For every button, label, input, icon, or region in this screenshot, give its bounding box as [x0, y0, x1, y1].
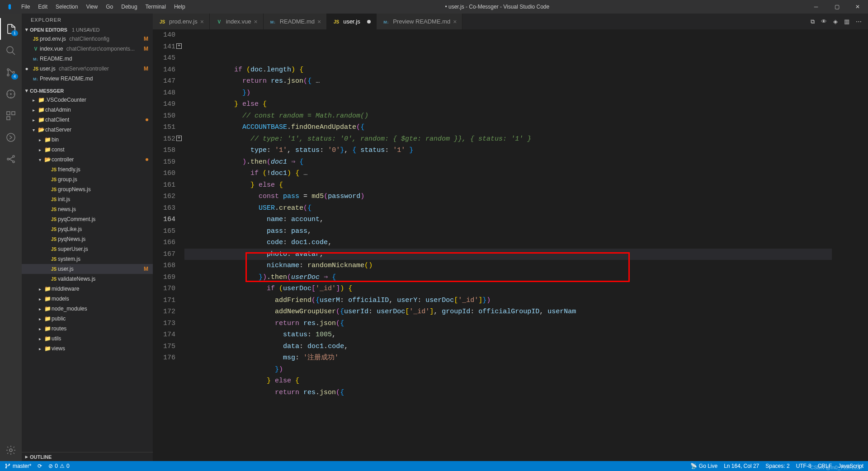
open-editor-item[interactable]: JSprod.env.js chatClient\configM: [22, 34, 153, 44]
tree-item-node_modules[interactable]: ▸📁node_modules: [22, 304, 153, 314]
minimize-button[interactable]: ─: [806, 0, 826, 14]
tab-indexvue[interactable]: Vindex.vue×: [210, 14, 264, 29]
tree-item-chatclient[interactable]: ▸📁chatClient: [22, 115, 153, 125]
code-line-171[interactable]: status: 1005,: [184, 329, 832, 341]
debug-icon[interactable]: [0, 83, 22, 105]
workspace-header[interactable]: ▾ CO-MESSGER: [22, 86, 153, 95]
code-line-152[interactable]: if (!doc1) { …: [184, 168, 832, 179]
code-line-146[interactable]: } else {: [184, 99, 832, 110]
problems-indicator[interactable]: ⊘0 ⚠0: [48, 463, 69, 469]
code-line-173[interactable]: msg: '注册成功': [184, 352, 832, 364]
tree-item-groupjs[interactable]: JSgroup.js: [22, 174, 153, 184]
tree-item-initjs[interactable]: JSinit.js: [22, 194, 153, 204]
code-line-170[interactable]: return res.json({: [184, 318, 832, 330]
close-icon[interactable]: ×: [453, 18, 457, 25]
tab-previewreadmemd[interactable]: M↓Preview README.md×: [377, 14, 462, 29]
menu-view[interactable]: View: [82, 2, 101, 12]
tab-userjs[interactable]: JSuser.js: [327, 14, 377, 29]
tree-item-validatenewsjs[interactable]: JSvalidateNews.js: [22, 274, 153, 284]
tree-item-views[interactable]: ▸📁views: [22, 344, 153, 353]
tree-item-middleware[interactable]: ▸📁middleware: [22, 284, 153, 294]
code-line-164[interactable]: photo: avatar,: [184, 249, 832, 260]
outline-header[interactable]: ▸ OUTLINE: [22, 452, 153, 461]
menu-file[interactable]: File: [18, 2, 33, 12]
tree-item-routes[interactable]: ▸📁routes: [22, 324, 153, 334]
tree-item-bin[interactable]: ▸📁bin: [22, 135, 153, 145]
settings-gear-icon[interactable]: [0, 439, 22, 461]
menu-terminal[interactable]: Terminal: [142, 2, 170, 12]
tree-item-public[interactable]: ▸📁public: [22, 314, 153, 324]
repl-icon[interactable]: [0, 127, 22, 148]
code-line-160[interactable]: USER.create({: [184, 203, 832, 214]
menu-debug[interactable]: Debug: [118, 2, 141, 12]
scm-icon[interactable]: 4: [0, 61, 22, 83]
tree-item-pyqlikejs[interactable]: JSpyqLike.js: [22, 224, 153, 234]
encoding[interactable]: UTF-8: [796, 463, 811, 469]
code-line-147[interactable]: // const random = Math.random(): [184, 110, 832, 122]
code-line-149[interactable]: // type: '1', status: '0', random: { $gt…: [184, 133, 832, 145]
fold-icon[interactable]: +: [176, 136, 182, 141]
open-editor-item[interactable]: M↓Preview README.md: [22, 74, 153, 84]
code-line-175[interactable]: } else {: [184, 375, 832, 387]
open-editor-item[interactable]: ●JSuser.js chatServer\controllerM: [22, 64, 153, 74]
more-icon[interactable]: ⋯: [856, 18, 862, 25]
code-line-168[interactable]: addFriend({userM: officialID, userY: use…: [184, 295, 832, 306]
tree-item-controller[interactable]: ▾📂controller: [22, 155, 153, 165]
tree-item-superuserjs[interactable]: JSsuperUser.js: [22, 244, 153, 254]
code-line-150[interactable]: type: '1', status: '0'}, { status: '1' }: [184, 145, 832, 156]
menu-edit[interactable]: Edit: [34, 2, 51, 12]
minimap[interactable]: [832, 29, 868, 461]
extensions-icon[interactable]: [0, 105, 22, 127]
code-line-174[interactable]: }): [184, 364, 832, 376]
tree-item-vscodecounter[interactable]: ▸📁.VSCodeCounter: [22, 95, 153, 105]
tree-item-groupnewsjs[interactable]: JSgroupNews.js: [22, 184, 153, 194]
tree-item-userjs[interactable]: JSuser.jsM: [22, 264, 153, 274]
code-line-169[interactable]: addNewGroupUser({userId: userDoc['_id'],…: [184, 306, 832, 318]
tab-readmemd[interactable]: M↓README.md×: [264, 14, 327, 29]
code-line-148[interactable]: ACCOUNTBASE.findOneAndUpdate({: [184, 122, 832, 133]
maximize-button[interactable]: ▢: [826, 0, 847, 14]
code-line-158[interactable]: } else {: [184, 179, 832, 191]
fold-icon[interactable]: +: [176, 43, 182, 49]
code-line-140[interactable]: if (doc.length) {: [184, 64, 832, 76]
open-editors-header[interactable]: ▾ OPEN EDITORS 1 UNSAVED: [22, 25, 153, 34]
tree-item-utils[interactable]: ▸📁utils: [22, 334, 153, 344]
split-editor-icon[interactable]: ▥: [844, 18, 849, 25]
code-line-141[interactable]: return res.json({ …: [184, 75, 832, 87]
menu-help[interactable]: Help: [170, 2, 189, 12]
code-line-165[interactable]: nickname: randomNickname(): [184, 260, 832, 272]
tree-item-systemjs[interactable]: JSsystem.js: [22, 254, 153, 264]
compare-icon[interactable]: ⧉: [811, 18, 815, 25]
code-line-167[interactable]: if (userDoc['_id']) {: [184, 283, 832, 295]
tree-item-chatserver[interactable]: ▾📂chatServer: [22, 125, 153, 135]
tree-item-pyqcommentjs[interactable]: JSpyqComment.js: [22, 214, 153, 224]
code-line-162[interactable]: pass: pass,: [184, 226, 832, 237]
diff-icon[interactable]: ◈: [833, 18, 838, 25]
eye-icon[interactable]: 👁: [821, 18, 827, 25]
code-line-176[interactable]: return res.json({: [184, 387, 832, 399]
code-line-145[interactable]: }): [184, 87, 832, 99]
code-line-161[interactable]: name: account,: [184, 214, 832, 226]
close-icon[interactable]: ×: [317, 18, 321, 25]
tree-item-newsjs[interactable]: JSnews.js: [22, 204, 153, 214]
search-icon[interactable]: [0, 40, 22, 61]
indentation[interactable]: Spaces: 2: [765, 463, 789, 469]
branch-indicator[interactable]: master*: [5, 463, 31, 469]
share-icon[interactable]: [0, 148, 22, 170]
tree-item-chatadmin[interactable]: ▸📁chatAdmin: [22, 105, 153, 115]
sync-icon[interactable]: ⟳: [38, 463, 42, 469]
explorer-icon[interactable]: 1: [0, 18, 22, 40]
cursor-position[interactable]: Ln 164, Col 27: [724, 463, 759, 469]
close-button[interactable]: ✕: [847, 0, 868, 14]
tree-item-models[interactable]: ▸📁models: [22, 294, 153, 304]
code-line-163[interactable]: code: doc1.code,: [184, 237, 832, 249]
close-icon[interactable]: ×: [254, 18, 257, 25]
code-line-159[interactable]: const pass = md5(password): [184, 191, 832, 203]
tree-item-friendlyjs[interactable]: JSfriendly.js: [22, 165, 153, 174]
tree-item-const[interactable]: ▸📁const: [22, 145, 153, 155]
code-line-172[interactable]: data: doc1.code,: [184, 341, 832, 353]
code-editor[interactable]: 140141+145146147148149150151152+15815916…: [153, 29, 868, 461]
code-line-166[interactable]: }).then(userDoc ⇒ {: [184, 272, 832, 283]
menu-selection[interactable]: Selection: [52, 2, 81, 12]
open-editor-item[interactable]: Vindex.vue chatClient\src\components...M: [22, 44, 153, 54]
